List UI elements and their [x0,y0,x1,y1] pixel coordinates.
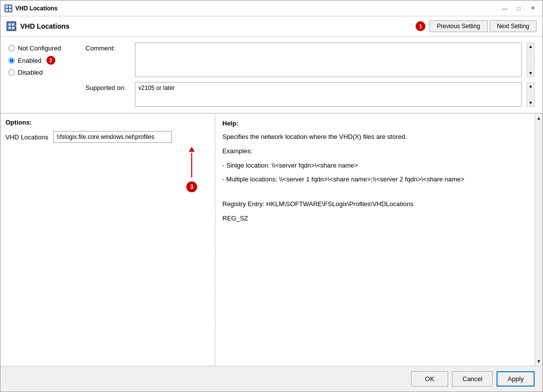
help-reg-type: REG_SZ [222,214,528,224]
comment-textarea[interactable] [135,43,522,77]
top-section: Not Configured Enabled 2 Disabled Commen… [0,37,543,113]
comment-scrollbar[interactable]: ▲ ▼ [527,43,535,77]
cancel-button[interactable]: Cancel [452,371,493,387]
supported-scrollbar[interactable]: ▲ ▼ [527,82,535,107]
supported-on-row: Supported on: v2105 or later ▲ ▼ [85,82,535,107]
title-bar: VHD Locations — □ ✕ [0,0,543,16]
help-description: Specifies the network location where the… [222,132,528,142]
radio-enabled-input[interactable] [8,57,15,64]
comment-label: Comment: [85,43,130,52]
vhd-locations-label: VHD Locations [5,133,48,141]
options-content: VHD Locations [5,131,210,143]
help-registry-entry: Registry Entry: HKLM\SOFTWARE\FSLogix\Pr… [222,199,528,210]
header-icon [6,21,16,31]
split-section: Options: VHD Locations 3 Help: Specifies… [0,113,543,366]
radio-enabled-label: Enabled [18,57,42,64]
svg-rect-2 [5,9,8,11]
supported-on-label: Supported on: [85,82,130,91]
svg-rect-5 [12,23,14,26]
maximize-button[interactable]: □ [513,3,525,13]
previous-setting-button[interactable]: Previous Setting [429,20,487,32]
radio-disabled-label: Disabled [18,69,43,76]
annotation-badge-3: 3 [186,181,197,192]
footer: OK Cancel Apply [0,366,543,392]
enabled-badge: 2 [46,56,55,65]
window-title: VHD Locations [15,5,499,12]
options-title: Options: [5,119,210,126]
svg-rect-4 [8,23,11,26]
arrow-annotation: 3 [89,148,294,192]
svg-rect-1 [9,5,11,8]
window: VHD Locations — □ ✕ VHD Locations 1 Prev… [0,0,543,392]
supported-on-text: v2105 or later [138,85,174,91]
radio-not-configured-label: Not Configured [18,44,61,52]
window-icon [4,4,12,12]
svg-rect-3 [9,9,11,11]
help-title: Help: [222,120,528,127]
svg-rect-6 [8,27,11,29]
form-fields: Comment: ▲ ▼ Supported on: v2105 or late… [85,43,535,107]
svg-rect-7 [12,27,14,29]
content-area: Not Configured Enabled 2 Disabled Commen… [0,37,543,366]
header-badge: 1 [416,21,425,31]
options-panel: Options: VHD Locations 3 [0,114,215,366]
header-row: VHD Locations 1 Previous Setting Next Se… [0,16,543,37]
radio-not-configured-input[interactable] [8,45,15,51]
vhd-locations-input[interactable] [53,131,172,143]
close-button[interactable]: ✕ [527,3,539,13]
arrow-line [191,153,192,177]
radio-disabled-input[interactable] [8,69,15,76]
arrow-head-icon [189,147,195,152]
comment-row: Comment: ▲ ▼ [85,43,535,77]
nav-buttons: Previous Setting Next Setting [429,20,537,32]
ok-button[interactable]: OK [411,371,448,387]
radio-not-configured[interactable]: Not Configured [8,44,78,52]
supported-on-value: v2105 or later [135,82,522,107]
radio-enabled[interactable]: Enabled 2 [8,56,78,65]
help-scrollbar[interactable]: ▲ ▼ [535,114,543,366]
minimize-button[interactable]: — [499,3,511,13]
header-title: VHD Locations [20,22,412,30]
next-setting-button[interactable]: Next Setting [490,20,537,32]
radio-group: Not Configured Enabled 2 Disabled [8,43,78,107]
apply-button[interactable]: Apply [497,371,535,387]
svg-rect-0 [5,5,8,8]
radio-disabled[interactable]: Disabled [8,69,78,76]
title-bar-controls: — □ ✕ [499,3,539,13]
